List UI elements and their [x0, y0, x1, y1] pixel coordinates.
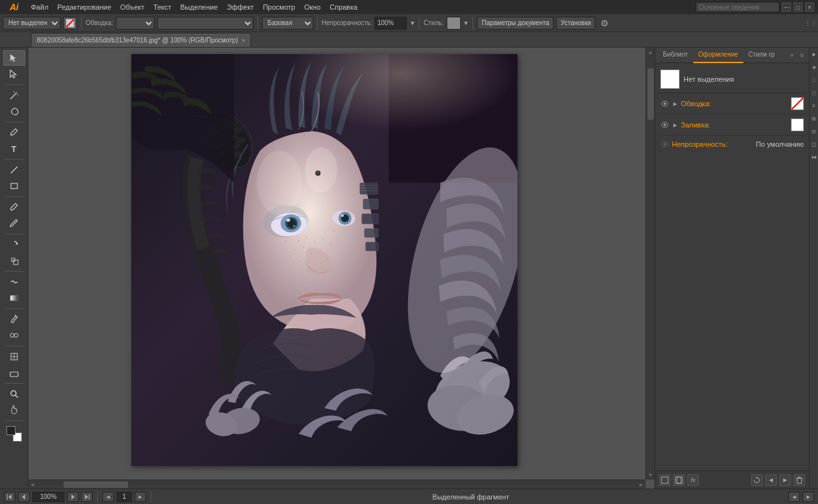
fx-button[interactable]: fx [687, 474, 699, 486]
panel-toggle-button[interactable]: ⋮⋮ [806, 17, 815, 30]
rotate-tool[interactable] [3, 237, 25, 252]
tab-library[interactable]: Библиот [658, 48, 693, 63]
slice-tool[interactable] [3, 349, 25, 364]
page-prev-button[interactable]: ◄ [102, 492, 114, 502]
vertical-scrollbar[interactable]: ▲ ▼ [646, 48, 655, 480]
stroke-visibility-toggle[interactable] [660, 99, 669, 108]
transparency-toggle[interactable]: ◻ [810, 89, 818, 97]
blend-tool[interactable] [3, 328, 25, 343]
scale-tool[interactable] [3, 253, 25, 268]
stroke-label[interactable]: Обводка: [681, 100, 788, 107]
foreground-color-swatch[interactable] [6, 426, 15, 435]
magic-wand-tool[interactable] [3, 88, 25, 103]
arrow-left-button[interactable]: ◄ [765, 474, 777, 486]
horizontal-scrollbar[interactable]: ◄ ► [28, 480, 646, 489]
menu-text[interactable]: Текст [149, 2, 175, 12]
zoom-out-button[interactable] [67, 492, 79, 502]
stroke-style-select[interactable] [157, 17, 254, 30]
stroke-row: ▶ Обводка: [658, 93, 806, 115]
warp-tool[interactable] [3, 274, 25, 290]
text-tool[interactable]: T [3, 141, 25, 156]
panel-tabs-more[interactable]: » [788, 51, 797, 59]
fill-expand-arrow[interactable]: ▶ [672, 122, 678, 128]
nav-left-button[interactable] [18, 492, 30, 502]
pen-tool[interactable] [3, 125, 25, 140]
opacity-label[interactable]: Непрозрачность: [672, 140, 754, 148]
nav-last-button[interactable] [81, 492, 93, 502]
direct-selection-tool[interactable] [3, 66, 25, 82]
new-layer-button[interactable] [659, 474, 671, 486]
eraser-tool[interactable] [3, 365, 25, 380]
vertical-scroll-thumb[interactable] [647, 68, 654, 120]
status-next-button[interactable]: ► [803, 492, 814, 502]
doc-params-button[interactable]: Параметры документа [477, 17, 553, 30]
fill-color-swatch[interactable] [791, 118, 804, 131]
tab-close-button[interactable]: × [242, 37, 245, 44]
selection-dropdown[interactable]: Нет выделения [3, 17, 60, 30]
tab-graphic-styles[interactable]: Стили гр [743, 48, 780, 63]
minimize-button[interactable]: ─ [782, 3, 791, 12]
rectangle-tool[interactable] [3, 178, 25, 194]
links-toggle[interactable]: ⧓ [810, 153, 818, 161]
reset-appearance-button[interactable] [751, 474, 763, 486]
fill-row: ▶ Заливка: [658, 115, 806, 136]
appearance-preview-swatch[interactable] [660, 70, 680, 89]
document-tab[interactable]: 80820058afe8c26b565dbfb313e47016.jpg* @ … [31, 33, 251, 47]
opacity-input[interactable] [375, 17, 407, 30]
opacity-arrow[interactable]: ▼ [409, 20, 415, 26]
pathfinder-toggle[interactable]: ⊟ [810, 127, 818, 135]
transform-toggle[interactable]: ⊞ [810, 115, 818, 122]
menu-edit[interactable]: Редактирование [53, 2, 115, 12]
lasso-tool[interactable] [3, 104, 25, 119]
opacity-visibility-toggle[interactable] [660, 140, 669, 149]
delete-button[interactable] [794, 474, 805, 486]
brush-select[interactable]: Базовая [262, 17, 313, 30]
search-input[interactable] [696, 2, 779, 12]
tab-appearance[interactable]: Оформление [693, 48, 743, 63]
align-toggle[interactable]: ≡ [810, 102, 818, 109]
menu-file[interactable]: Файл [27, 2, 52, 12]
svg-marker-109 [8, 494, 12, 499]
menu-window[interactable]: Окно [301, 2, 325, 12]
svg-point-49 [290, 256, 292, 257]
menu-effect[interactable]: Эффект [223, 2, 257, 12]
zoom-tool[interactable] [3, 386, 25, 402]
settings-button[interactable]: Установки [556, 17, 595, 30]
selection-swatch[interactable] [63, 17, 77, 30]
color-panel-toggle[interactable]: ■ [810, 50, 818, 58]
maximize-button[interactable]: □ [794, 3, 803, 12]
menu-selection[interactable]: Выделение [176, 2, 221, 12]
menu-help[interactable]: Справка [326, 2, 361, 12]
more-button[interactable]: ⚙ [598, 17, 611, 30]
zoom-input[interactable]: 100% [32, 492, 64, 502]
status-prev-button[interactable]: ◄ [788, 492, 800, 502]
gradient-panel-toggle[interactable]: ◈ [810, 63, 818, 71]
menu-object[interactable]: Объект [116, 2, 148, 12]
close-button[interactable]: × [805, 3, 814, 12]
stroke-color-swatch[interactable] [791, 97, 804, 110]
selection-tool[interactable] [3, 50, 25, 66]
svg-rect-104 [677, 477, 681, 483]
hand-tool[interactable] [3, 402, 25, 418]
arrow-right-button[interactable]: ► [779, 474, 791, 486]
page-input[interactable]: 1 [116, 492, 132, 502]
menu-view[interactable]: Просмотр [259, 2, 299, 12]
eyedropper-tool[interactable] [3, 312, 25, 327]
stroke-select[interactable] [116, 17, 154, 30]
pencil-tool[interactable] [3, 216, 25, 231]
layers-toggle[interactable]: ◫ [810, 140, 818, 148]
gradient-tool[interactable] [3, 290, 25, 306]
stroke-expand-arrow[interactable]: ▶ [672, 100, 678, 107]
style-arrow[interactable]: ▼ [463, 20, 469, 26]
nav-first-button[interactable] [4, 492, 15, 502]
page-next-button[interactable]: ► [135, 492, 146, 502]
fill-label[interactable]: Заливка: [681, 121, 788, 129]
fill-visibility-toggle[interactable] [660, 120, 669, 129]
style-swatch[interactable] [447, 17, 461, 30]
panel-menu-button[interactable]: ≡ [797, 51, 806, 59]
stroke-panel-toggle[interactable]: □ [810, 76, 818, 84]
new-item-button[interactable] [673, 474, 685, 486]
horizontal-scroll-thumb[interactable] [64, 481, 128, 488]
line-tool[interactable] [3, 162, 25, 178]
brush-tool[interactable] [3, 200, 25, 215]
